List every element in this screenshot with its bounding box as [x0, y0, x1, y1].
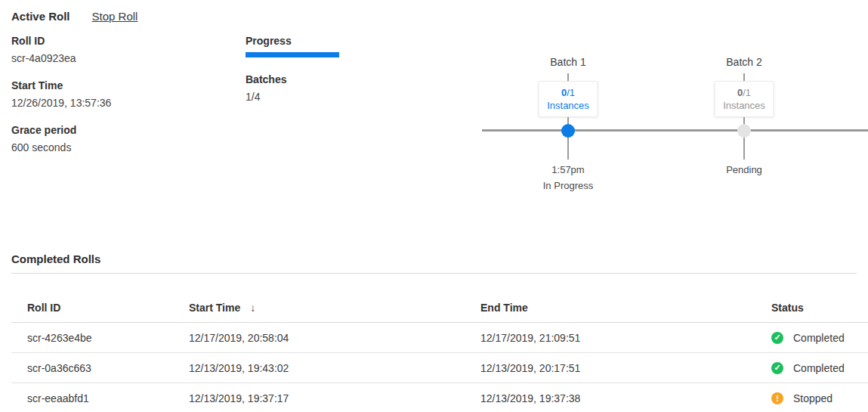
completed-check-icon: ✓ — [771, 332, 783, 344]
batch-1-status: In Progress — [543, 180, 593, 191]
status-label: Completed — [793, 362, 845, 374]
row-roll-id: scr-0a36c663 — [27, 362, 91, 374]
column-header-status: Status — [771, 302, 804, 314]
roll-id-value: scr-4a0923ea — [11, 52, 111, 64]
row-start-time: 12/13/2019, 19:37:17 — [189, 392, 289, 404]
field-start-time: Start Time 12/26/2019, 13:57:36 — [11, 79, 111, 109]
batch-2-name: Batch 2 — [726, 56, 761, 68]
stop-roll-link[interactable]: Stop Roll — [92, 10, 138, 23]
grace-period-value: 600 seconds — [11, 141, 111, 153]
table-row[interactable]: scr-0a36c663 12/13/2019, 19:43:02 12/13/… — [11, 353, 868, 383]
roll-id-label: Roll ID — [11, 35, 111, 47]
batch-1-instance-count: 0/1 — [561, 86, 575, 99]
completed-rolls-table: Roll ID Start Time↓ End Time Status scr-… — [11, 293, 868, 412]
timeline-axis — [482, 129, 868, 132]
row-start-time: 12/17/2019, 20:58:04 — [189, 332, 289, 344]
row-status: ! Stopped — [771, 392, 832, 404]
row-end-time: 12/13/2019, 19:37:38 — [480, 392, 580, 404]
batch-2-timeline-dot — [737, 124, 751, 138]
batch-2-instances-label: Instances — [723, 99, 765, 112]
completed-check-icon: ✓ — [771, 362, 783, 374]
table-row[interactable]: scr-4263e4be 12/17/2019, 20:58:04 12/17/… — [11, 323, 868, 353]
batch-1-time: 1:57pm — [551, 164, 584, 175]
active-roll-page: Active Roll Stop Roll Roll ID scr-4a0923… — [0, 0, 868, 412]
table-row[interactable]: scr-eeaabfd1 12/13/2019, 19:37:17 12/13/… — [11, 383, 868, 412]
active-roll-title: Active Roll — [11, 10, 70, 23]
stopped-exclamation-icon: ! — [771, 392, 783, 404]
grace-period-label: Grace period — [11, 124, 111, 136]
column-header-end-time: End Time — [480, 302, 528, 314]
column-header-roll-id: Roll ID — [27, 302, 60, 314]
batch-1-instances-card: 0/1 Instances — [539, 81, 598, 117]
sort-descending-icon[interactable]: ↓ — [250, 302, 255, 314]
batch-2-instances-card: 0/1 Instances — [715, 81, 774, 117]
batches-label: Batches — [246, 73, 339, 85]
start-time-label: Start Time — [11, 79, 111, 91]
column-header-start-time[interactable]: Start Time↓ — [189, 302, 255, 314]
start-time-value: 12/26/2019, 13:57:36 — [11, 97, 111, 109]
batch-1-instances-label: Instances — [547, 99, 589, 112]
row-end-time: 12/17/2019, 21:09:51 — [480, 332, 580, 344]
status-label: Stopped — [793, 392, 832, 404]
batch-1-name: Batch 1 — [550, 56, 585, 68]
batch-1-timeline-dot — [561, 124, 575, 138]
progress-column: Progress Batches 1/4 — [246, 35, 339, 103]
row-roll-id: scr-eeaabfd1 — [27, 392, 89, 404]
row-status: ✓ Completed — [771, 362, 845, 374]
section-divider — [11, 273, 857, 274]
batch-2-time: Pending — [726, 164, 762, 175]
progress-bar — [246, 52, 339, 57]
row-end-time: 12/13/2019, 20:17:51 — [480, 362, 580, 374]
active-roll-header: Active Roll Stop Roll — [11, 10, 137, 23]
batch-2-instance-count: 0/1 — [737, 86, 751, 99]
table-header-row: Roll ID Start Time↓ End Time Status — [11, 293, 868, 323]
field-grace-period: Grace period 600 seconds — [11, 124, 111, 153]
row-status: ✓ Completed — [771, 332, 845, 344]
row-roll-id: scr-4263e4be — [27, 332, 92, 344]
row-start-time: 12/13/2019, 19:43:02 — [189, 362, 289, 374]
progress-label: Progress — [246, 35, 339, 47]
field-roll-id: Roll ID scr-4a0923ea — [11, 35, 111, 64]
status-label: Completed — [793, 332, 845, 344]
batches-value: 1/4 — [246, 91, 339, 103]
completed-rolls-title: Completed Rolls — [11, 252, 100, 265]
roll-detail-fields: Roll ID scr-4a0923ea Start Time 12/26/20… — [11, 35, 111, 169]
